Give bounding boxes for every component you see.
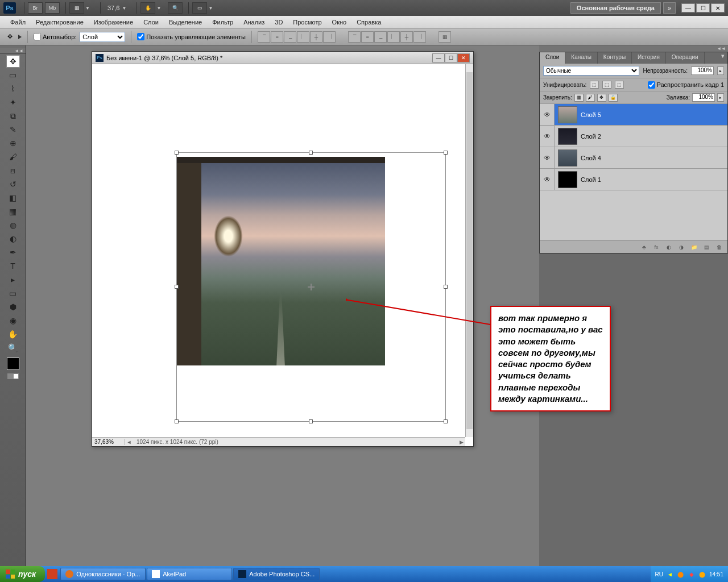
layer-thumbnail[interactable] (558, 106, 577, 123)
dist-right-icon[interactable]: ⎹ (413, 31, 426, 43)
tray-icon[interactable]: ◆ (688, 570, 696, 578)
doc-maximize-button[interactable]: ☐ (445, 53, 457, 63)
layer-name[interactable]: Слой 4 (581, 155, 601, 161)
ql-icon[interactable] (47, 569, 57, 579)
move-tool-icon[interactable]: ✥ (5, 32, 15, 42)
hand-tool[interactable]: ✋ (6, 328, 20, 340)
autoselect-mode-select[interactable]: Слой (80, 32, 125, 42)
layer-thumbnail[interactable] (558, 171, 577, 188)
dist-hcenter-icon[interactable]: ┼ (400, 31, 413, 43)
layer-item[interactable]: 👁 Слой 4 (540, 147, 727, 169)
heal-tool[interactable]: ⊕ (6, 137, 20, 149)
blend-mode-select[interactable]: Обычные (543, 66, 639, 76)
delete-layer-icon[interactable]: 🗑 (714, 243, 724, 251)
dist-bottom-icon[interactable]: ⎽ (374, 31, 387, 43)
dodge-tool[interactable]: ◐ (6, 232, 20, 245)
wand-tool[interactable]: ✦ (6, 96, 20, 109)
taskbar-item[interactable]: Одноклассники - Op... (60, 568, 146, 580)
tools-collapse-icon[interactable]: ◄◄ (0, 48, 26, 54)
menu-help[interactable]: Справка (352, 17, 386, 27)
menu-filter[interactable]: Фильтр (208, 17, 238, 27)
type-tool[interactable]: T (6, 260, 20, 272)
layer-name[interactable]: Слой 2 (581, 133, 601, 140)
transform-handle[interactable] (175, 419, 179, 423)
3d-tool[interactable]: ⬢ (6, 301, 20, 313)
layer-item[interactable]: 👁 Слой 1 (540, 169, 727, 190)
link-layers-icon[interactable]: ⬘ (639, 243, 649, 251)
lock-position-icon[interactable]: ✥ (597, 94, 606, 102)
pen-tool[interactable]: ✒ (6, 246, 20, 259)
tab-paths[interactable]: Контуры (598, 52, 632, 64)
propagate-checkbox[interactable]: Распространить кадр 1 (648, 81, 724, 89)
visibility-icon[interactable]: 👁 (540, 147, 555, 168)
eyedropper-tool[interactable]: ✎ (6, 123, 20, 136)
document-canvas[interactable] (92, 64, 465, 437)
menu-3d[interactable]: 3D (270, 17, 287, 27)
layer-thumbnail[interactable] (558, 128, 577, 145)
group-icon[interactable]: 📁 (689, 243, 699, 251)
lock-pixels-icon[interactable]: 🖌 (586, 94, 595, 102)
opacity-slider-icon[interactable]: ▸ (717, 66, 724, 75)
vertical-scrollbar[interactable] (465, 64, 473, 437)
auto-align-icon[interactable]: ▦ (439, 31, 451, 43)
visibility-icon[interactable]: 👁 (540, 169, 555, 190)
shape-tool[interactable]: ▭ (6, 287, 20, 300)
stamp-tool[interactable]: ⧈ (6, 164, 20, 177)
zoom-tool[interactable]: 🔍 (6, 342, 20, 354)
language-indicator[interactable]: RU (655, 571, 663, 577)
dist-vcenter-icon[interactable]: ≡ (361, 31, 374, 43)
new-layer-icon[interactable]: ▤ (701, 243, 712, 251)
move-tool[interactable]: ✥ (6, 55, 20, 68)
unify-vis-icon[interactable]: ⬚ (602, 81, 611, 89)
hand-icon[interactable]: ✋ (140, 2, 155, 14)
doc-close-button[interactable]: ✕ (457, 53, 470, 63)
panel-collapse-icon[interactable]: ◄◄ (539, 45, 728, 52)
autoselect-checkbox[interactable]: Автовыбор: (34, 33, 76, 40)
transform-handle[interactable] (175, 151, 179, 155)
tab-history[interactable]: История (632, 52, 666, 64)
menu-analysis[interactable]: Анализ (239, 17, 269, 27)
align-right-icon[interactable]: ⎹ (323, 31, 336, 43)
layer-item[interactable]: 👁 Слой 2 (540, 126, 727, 147)
menu-window[interactable]: Окно (328, 17, 351, 27)
mb-icon[interactable]: Mb (45, 2, 60, 14)
close-button[interactable]: ✕ (711, 3, 725, 13)
expand-workspaces-icon[interactable]: » (663, 2, 676, 14)
transform-handle[interactable] (444, 419, 448, 423)
tab-channels[interactable]: Каналы (565, 52, 598, 64)
tab-actions[interactable]: Операции (666, 52, 705, 64)
align-left-icon[interactable]: ⎸ (297, 31, 309, 43)
maximize-button[interactable]: ☐ (696, 3, 710, 13)
lock-transparent-icon[interactable]: ▦ (574, 94, 584, 102)
align-hcenter-icon[interactable]: ┼ (310, 31, 322, 43)
show-controls-checkbox[interactable]: Показать управляющие элементы (137, 33, 246, 40)
transform-handle[interactable] (309, 419, 313, 423)
layer-name[interactable]: Слой 1 (581, 176, 601, 183)
taskbar-item[interactable]: AkelPad (147, 568, 232, 580)
visibility-icon[interactable]: 👁 (540, 104, 555, 125)
foreground-color[interactable] (7, 357, 19, 370)
start-button[interactable]: пуск (0, 566, 45, 582)
blur-tool[interactable]: ◍ (6, 219, 20, 231)
tray-icon[interactable]: ⬤ (677, 570, 685, 578)
panel-menu-icon[interactable]: ▾ (718, 52, 727, 64)
lock-all-icon[interactable]: 🔒 (609, 94, 618, 102)
workspace-button[interactable]: Основная рабочая среда (570, 2, 661, 14)
taskbar-item[interactable]: Adobe Photoshop CS... (233, 568, 320, 580)
align-bottom-icon[interactable]: ⎽ (284, 31, 296, 43)
menu-file[interactable]: Файл (6, 17, 30, 27)
tray-icon[interactable]: ⬤ (698, 570, 706, 578)
layer-mask-icon[interactable]: ◐ (664, 243, 674, 251)
document-titlebar[interactable]: Ps Без имени-1 @ 37,6% (Слой 5, RGB/8) *… (92, 52, 473, 64)
zoom-field[interactable]: 37,63% (92, 439, 125, 445)
3d-camera-tool[interactable]: ◉ (6, 314, 20, 327)
opacity-field[interactable]: 100% (691, 66, 714, 75)
menu-image[interactable]: Изображение (89, 17, 138, 27)
transform-handle[interactable] (444, 151, 448, 155)
clock[interactable]: 14:51 (709, 571, 723, 577)
zoom-top[interactable]: 37,6 (107, 5, 119, 11)
menu-layers[interactable]: Слои (139, 17, 163, 27)
tray-icon[interactable]: ◄ (666, 570, 674, 578)
info-menu-icon[interactable]: ▶ (457, 439, 465, 445)
dist-top-icon[interactable]: ⎺ (348, 31, 361, 43)
